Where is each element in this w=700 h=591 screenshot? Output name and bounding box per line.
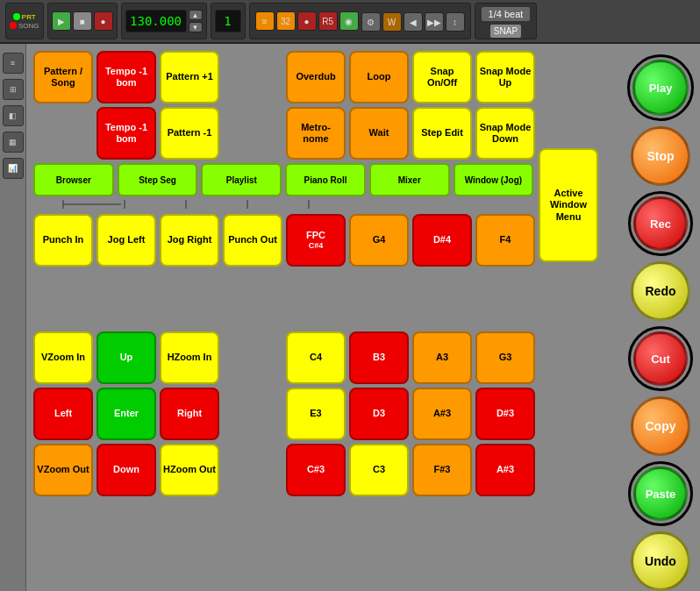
down-btn[interactable]: Down <box>96 444 156 496</box>
sidebar-icon-2[interactable]: ⊞ <box>3 79 24 100</box>
sidebar-icon-5[interactable]: 📊 <box>3 158 24 179</box>
hzoom-out-btn[interactable]: HZoom Out <box>160 444 219 496</box>
up-btn[interactable]: Up <box>96 331 156 384</box>
ctrl-btn-2[interactable]: 32 <box>276 11 296 31</box>
punch-in-btn[interactable]: Punch In <box>33 214 93 267</box>
play-btn-rp[interactable]: Play <box>632 60 689 116</box>
snap-mode-up-btn[interactable]: Snap Mode Up <box>475 51 535 103</box>
a3sharp2-btn[interactable]: A#3 <box>475 444 535 496</box>
stop-btn-rp[interactable]: Stop <box>631 126 690 186</box>
jog-right-btn[interactable]: Jog Right <box>160 214 219 267</box>
hzoom-in-btn[interactable]: HZoom In <box>160 331 219 384</box>
ctrl-btn-3[interactable]: ● <box>297 11 317 31</box>
tempo-minus1-btn-1[interactable]: Tempo -1 bom <box>96 51 156 103</box>
f4-btn[interactable]: F4 <box>475 214 535 267</box>
d4sharp-btn[interactable]: D#4 <box>412 214 472 267</box>
c4-btn[interactable]: C4 <box>286 331 346 384</box>
controls-group: ≡ 32 ● R5 ◉ ⚙ W ◀ ▶▶ ↕ <box>249 3 471 39</box>
vzoom-in-btn[interactable]: VZoom In <box>33 331 93 384</box>
paste-btn-rp[interactable]: Paste <box>633 466 688 521</box>
spacer-1 <box>223 51 282 103</box>
g4-btn[interactable]: G4 <box>349 214 409 267</box>
tempo-display[interactable]: 130.000 <box>125 10 187 32</box>
loop-btn[interactable]: Loop <box>349 51 409 103</box>
song-led <box>10 22 17 29</box>
tempo-up[interactable]: ▲ <box>189 10 203 20</box>
left-btn[interactable]: Left <box>33 388 93 440</box>
pattern-minus1-btn[interactable]: Pattern -1 <box>160 107 219 160</box>
piano-roll-btn[interactable]: Piano Roll <box>285 163 366 196</box>
ctrl-btn-6[interactable]: ⚙ <box>361 12 381 32</box>
ctrl-btn-10[interactable]: ↕ <box>446 12 465 32</box>
ctrl-btn-7[interactable]: W <box>382 12 402 32</box>
fpc-sub-label: C#4 <box>309 241 324 251</box>
playlist-btn[interactable]: Playlist <box>201 163 282 196</box>
row5-spacer <box>223 388 282 440</box>
record-button[interactable]: ● <box>94 11 113 31</box>
beat-group: 1/4 beat SNAP <box>475 3 538 39</box>
mode-group: PRT SONG <box>5 3 44 39</box>
ctrl-btn-9[interactable]: ▶▶ <box>425 12 444 32</box>
tempo-minus1-btn-2[interactable]: Tempo -1 bom <box>96 107 156 160</box>
jog-left-btn[interactable]: Jog Left <box>96 214 156 267</box>
pattern-plus1-btn[interactable]: Pattern +1 <box>160 51 219 103</box>
row4-spacer <box>223 331 282 384</box>
pattern-display[interactable]: 1 <box>215 10 241 32</box>
b3-btn[interactable]: B3 <box>349 331 409 384</box>
spacer-2a <box>33 107 93 160</box>
d3sharp-btn[interactable]: D#3 <box>475 388 535 440</box>
step-seg-btn[interactable]: Step Seg <box>118 163 198 196</box>
tempo-down[interactable]: ▼ <box>189 22 203 32</box>
row-6: VZoom Out Down HZoom Out C#3 C3 F#3 A#3 <box>33 444 614 496</box>
enter-btn[interactable]: Enter <box>96 388 156 440</box>
fpc-label: FPC <box>306 230 325 241</box>
play-button[interactable]: ▶ <box>52 11 71 31</box>
g3-btn[interactable]: G3 <box>475 331 535 384</box>
tempo-group: 130.000 ▲ ▼ <box>121 3 207 39</box>
overdub-btn[interactable]: Overdub <box>286 51 346 103</box>
c3sharp-btn[interactable]: C#3 <box>286 444 346 496</box>
beat-display[interactable]: 1/4 beat <box>481 6 532 22</box>
ctrl-btn-8[interactable]: ◀ <box>404 12 423 32</box>
ctrl-btn-4[interactable]: R5 <box>318 11 338 31</box>
redo-btn-rp[interactable]: Redo <box>631 261 690 321</box>
c3-btn[interactable]: C3 <box>349 444 409 496</box>
row-4: VZoom In Up HZoom In C4 B3 A3 G3 <box>33 331 614 384</box>
ctrl-btn-5[interactable]: ◉ <box>339 11 359 31</box>
snap-onoff-btn[interactable]: Snap On/Off <box>412 51 472 103</box>
undo-btn-rp[interactable]: Undo <box>631 531 690 591</box>
snap-label[interactable]: SNAP <box>489 24 522 39</box>
copy-btn-rp[interactable]: Copy <box>631 396 690 456</box>
sidebar-icon-4[interactable]: ▦ <box>3 132 24 153</box>
connector-area <box>33 200 614 209</box>
a3sharp-btn[interactable]: A#3 <box>412 388 472 440</box>
step-edit-btn[interactable]: Step Edit <box>412 107 472 160</box>
vzoom-out-btn[interactable]: VZoom Out <box>33 444 93 496</box>
right-btn[interactable]: Right <box>160 388 219 440</box>
snap-mode-down-btn[interactable]: Snap Mode Down <box>475 107 535 160</box>
d3-btn[interactable]: D3 <box>349 388 409 440</box>
metronome-btn[interactable]: Metro- nome <box>286 107 346 160</box>
browser-btn[interactable]: Browser <box>33 163 114 196</box>
sidebar-icon-1[interactable]: ≡ <box>3 53 24 74</box>
punch-out-btn[interactable]: Punch Out <box>223 214 282 267</box>
cut-btn-rp[interactable]: Cut <box>633 331 688 386</box>
spacer-2b <box>223 107 282 160</box>
window-btn[interactable]: Window (Jog) <box>454 163 534 196</box>
prt-label: PRT <box>22 13 36 21</box>
ctrl-btn-1[interactable]: ≡ <box>255 11 275 31</box>
rec-btn-rp[interactable]: Rec <box>633 196 688 251</box>
row-5: Left Enter Right E3 D3 A#3 D#3 <box>33 388 614 440</box>
row-2: Tempo -1 bom Pattern -1 Metro- nome Wait… <box>33 107 614 160</box>
sidebar-icon-3[interactable]: ◧ <box>3 105 24 126</box>
mixer-btn[interactable]: Mixer <box>369 163 450 196</box>
e3-btn[interactable]: E3 <box>286 388 346 440</box>
fpc-btn[interactable]: FPC C#4 <box>286 214 346 267</box>
stop-button[interactable]: ■ <box>73 11 92 31</box>
active-window-menu-btn[interactable]: Active Window Menu <box>539 148 598 262</box>
wait-btn[interactable]: Wait <box>349 107 409 160</box>
row6-spacer <box>223 444 282 496</box>
a3-btn[interactable]: A3 <box>412 331 472 384</box>
pattern-song-btn[interactable]: Pattern / Song <box>33 51 93 103</box>
f3sharp-btn[interactable]: F#3 <box>412 444 472 496</box>
